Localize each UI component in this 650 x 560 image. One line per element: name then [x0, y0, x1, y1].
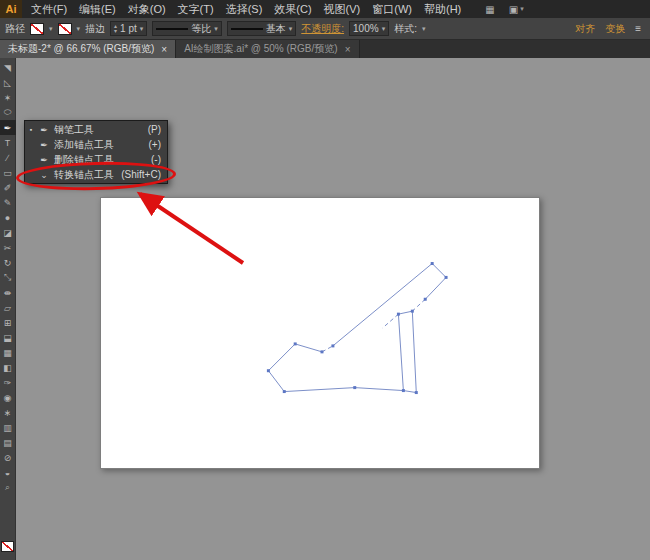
menu-bar: Ai 文件(F) 编辑(E) 对象(O) 文字(T) 选择(S) 效果(C) 视…: [0, 0, 650, 18]
gradient-tool[interactable]: ◧: [0, 360, 16, 375]
close-icon[interactable]: ×: [345, 44, 351, 55]
direct-selection-tool[interactable]: ◺: [0, 75, 16, 90]
menubar-right-icons: ▦ ▣▾: [485, 4, 523, 15]
line-segment-tool[interactable]: ∕: [0, 150, 16, 165]
tab-label: 未标题-2* @ 66.67% (RGB/预览): [8, 42, 154, 56]
tab-ai-drawing[interactable]: AI绘制图案.ai* @ 50% (RGB/预览) ×: [176, 40, 359, 58]
menu-object[interactable]: 对象(O): [122, 0, 172, 18]
pen-plus-icon: ✒: [38, 140, 50, 150]
zoom-tool[interactable]: ⌕: [0, 480, 16, 495]
chevron-down-icon: ▾: [214, 25, 218, 33]
arrange-documents-icon[interactable]: ▣▾: [509, 4, 524, 15]
selected-tool-marker: ▪: [28, 126, 34, 133]
paintbrush-tool[interactable]: ✐: [0, 180, 16, 195]
menu-edit[interactable]: 编辑(E): [73, 0, 122, 18]
menu-effect[interactable]: 效果(C): [268, 0, 317, 18]
selection-type-label: 路径: [5, 22, 25, 36]
flyout-item-convert-anchor-tool[interactable]: ⌄ 转换锚点工具 (Shift+C): [25, 167, 167, 182]
mesh-tool[interactable]: ▦: [0, 345, 16, 360]
pen-tool-flyout-menu: ▪ ✒ 钢笔工具 (P) ✒ 添加锚点工具 (+) ✒ 删除锚点工具 (-) ⌄…: [24, 120, 168, 184]
pen-minus-icon: ✒: [38, 155, 50, 165]
lasso-tool[interactable]: ⬭: [0, 105, 16, 120]
menu-file[interactable]: 文件(F): [25, 0, 73, 18]
shape-builder-tool[interactable]: ⊞: [0, 315, 16, 330]
tab-untitled-2[interactable]: 未标题-2* @ 66.67% (RGB/预览) ×: [0, 40, 176, 58]
flyout-item-pen-tool[interactable]: ▪ ✒ 钢笔工具 (P): [25, 122, 167, 137]
brush-label: 基本: [266, 22, 286, 36]
magic-wand-tool[interactable]: ✶: [0, 90, 16, 105]
menu-window[interactable]: 窗口(W): [366, 0, 418, 18]
rotate-tool[interactable]: ↻: [0, 255, 16, 270]
artboard[interactable]: [100, 197, 540, 469]
opacity-panel-link[interactable]: 不透明度:: [301, 22, 344, 36]
pencil-tool[interactable]: ✎: [0, 195, 16, 210]
style-label[interactable]: 样式:: [394, 22, 417, 36]
brush-line-icon: [231, 28, 263, 30]
flyout-item-add-anchor-tool[interactable]: ✒ 添加锚点工具 (+): [25, 137, 167, 152]
chevron-down-icon: ▾: [382, 25, 386, 33]
hand-tool[interactable]: ◒: [0, 465, 16, 480]
width-tool[interactable]: ⇼: [0, 285, 16, 300]
opacity-value-dropdown[interactable]: 100% ▾: [349, 21, 389, 36]
artboard-tool[interactable]: ▤: [0, 435, 16, 450]
tab-label: AI绘制图案.ai* @ 50% (RGB/预览): [184, 42, 338, 56]
style-dropdown-arrow[interactable]: ▾: [422, 25, 426, 33]
align-panel-link[interactable]: 对齐: [575, 22, 595, 36]
workspace-grid-icon[interactable]: ▦: [485, 4, 494, 15]
tools-panel: ◥◺✶⬭✒T∕▭✐✎●◪✂↻⤡⇼▱⊞⬓▦◧✑◉∗▥▤⊘◒⌕: [0, 58, 16, 560]
chevron-down-icon: ▾: [140, 25, 144, 33]
document-tab-bar: 未标题-2* @ 66.67% (RGB/预览) × AI绘制图案.ai* @ …: [0, 40, 650, 58]
column-graph-tool[interactable]: ▥: [0, 420, 16, 435]
menu-type[interactable]: 文字(T): [172, 0, 220, 18]
stroke-panel-link[interactable]: 描边: [85, 22, 105, 36]
flyout-item-delete-anchor-tool[interactable]: ✒ 删除锚点工具 (-): [25, 152, 167, 167]
width-profile-dropdown[interactable]: 等比 ▾: [152, 21, 222, 36]
pen-icon: ✒: [38, 125, 50, 135]
perspective-grid-tool[interactable]: ⬓: [0, 330, 16, 345]
menu-select[interactable]: 选择(S): [220, 0, 269, 18]
panel-menu-icon[interactable]: ≡: [635, 23, 641, 34]
type-tool[interactable]: T: [0, 135, 16, 150]
stroke-weight-stepper[interactable]: ▴▾: [114, 24, 117, 34]
illustrator-window: Ai 文件(F) 编辑(E) 对象(O) 文字(T) 选择(S) 效果(C) 视…: [0, 0, 650, 560]
scissors-tool[interactable]: ✂: [0, 240, 16, 255]
chevron-down-icon: ▾: [520, 5, 524, 13]
opacity-value: 100%: [353, 23, 379, 34]
eraser-tool[interactable]: ◪: [0, 225, 16, 240]
convert-anchor-icon: ⌄: [38, 170, 50, 180]
fill-dropdown-arrow[interactable]: ▾: [49, 25, 53, 33]
pen-tool[interactable]: ✒: [0, 120, 16, 135]
selection-tool[interactable]: ◥: [0, 60, 16, 75]
fill-stroke-color-control[interactable]: [1, 541, 14, 552]
app-logo: Ai: [0, 0, 22, 18]
control-bar-right: 对齐 变换 ≡: [575, 22, 645, 36]
blend-tool[interactable]: ◉: [0, 390, 16, 405]
menu-view[interactable]: 视图(V): [318, 0, 367, 18]
blob-brush-tool[interactable]: ●: [0, 210, 16, 225]
brush-definition-dropdown[interactable]: 基本 ▾: [227, 21, 297, 36]
high-heel-shoe-path-drawing: [101, 198, 539, 468]
symbol-sprayer-tool[interactable]: ∗: [0, 405, 16, 420]
rectangle-tool[interactable]: ▭: [0, 165, 16, 180]
free-transform-tool[interactable]: ▱: [0, 300, 16, 315]
profile-label: 等比: [191, 22, 211, 36]
close-icon[interactable]: ×: [161, 44, 167, 55]
slice-tool[interactable]: ⊘: [0, 450, 16, 465]
menu-help[interactable]: 帮助(H): [418, 0, 467, 18]
control-bar: 路径 ▾ ▾ 描边 ▴▾ 1 pt ▾ 等比 ▾ 基本 ▾ 不透明度: 100%…: [0, 18, 650, 40]
stroke-swatch[interactable]: [58, 23, 72, 35]
fill-swatch[interactable]: [30, 23, 44, 35]
stroke-weight-field[interactable]: ▴▾ 1 pt ▾: [110, 21, 147, 36]
profile-line-icon: [156, 28, 188, 30]
transform-panel-link[interactable]: 变换: [605, 22, 625, 36]
scale-tool[interactable]: ⤡: [0, 270, 16, 285]
chevron-down-icon: ▾: [289, 25, 293, 33]
stroke-dropdown-arrow[interactable]: ▾: [77, 25, 81, 33]
stroke-weight-value[interactable]: 1 pt: [120, 23, 137, 34]
eyedropper-tool[interactable]: ✑: [0, 375, 16, 390]
